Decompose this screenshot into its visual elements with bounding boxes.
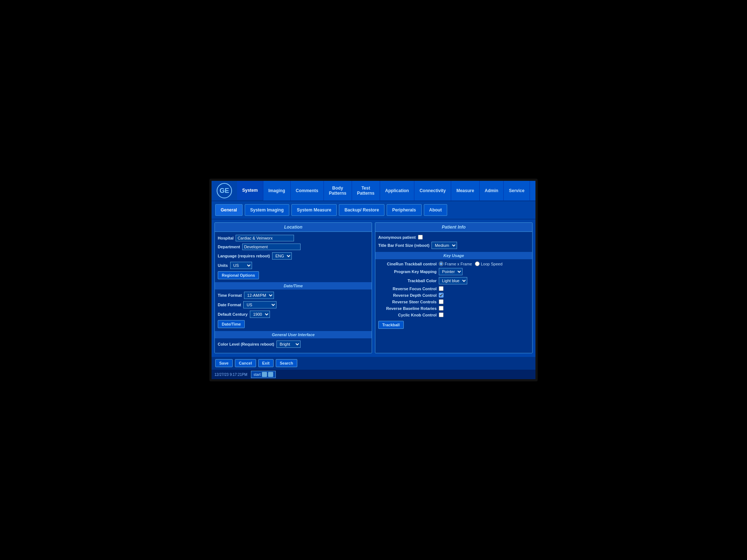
- reverse-steer-row: Reverse Steer Controls: [378, 299, 529, 304]
- reverse-baseline-label: Reverse Baseline Rotaries: [378, 306, 437, 311]
- tab-test-patterns[interactable]: TestPatterns: [352, 181, 380, 201]
- default-century-label: Default Century: [218, 312, 248, 316]
- search-button[interactable]: Search: [276, 359, 297, 367]
- datetime-display: 12/27/23 9:17:21PM: [214, 373, 247, 377]
- cinerun-radio-fxf[interactable]: [439, 261, 444, 266]
- hospital-input[interactable]: [236, 235, 294, 241]
- anonymous-patient-checkbox[interactable]: [418, 235, 423, 240]
- left-panel: Location Hospital Department Language (r…: [214, 222, 372, 353]
- exit-button[interactable]: Exit: [258, 359, 274, 367]
- units-row: Units USMetric: [218, 262, 369, 269]
- department-input[interactable]: [242, 244, 301, 250]
- subtab-system-imaging[interactable]: System Imaging: [245, 204, 289, 216]
- datetime-header: Date/Time: [215, 282, 372, 289]
- save-button[interactable]: Save: [215, 359, 233, 367]
- cyclic-knob-row: Cyclic Knob Control: [378, 312, 529, 317]
- key-usage-header: Key Usage: [375, 252, 532, 259]
- datetime-button[interactable]: Date/Time: [218, 320, 245, 328]
- monitor: GE System Imaging Comments BodyPatterns …: [209, 179, 538, 381]
- department-label: Department: [218, 245, 240, 249]
- reverse-focus-label: Reverse Focus Control: [378, 287, 437, 291]
- default-century-select[interactable]: 19002000: [250, 311, 270, 318]
- cyclic-knob-checkbox[interactable]: [439, 312, 444, 317]
- right-panel: Patient Info Anonymous patient Title Bar…: [375, 222, 533, 353]
- tab-service[interactable]: Service: [504, 181, 530, 201]
- color-level-select[interactable]: BrightNormalDim: [276, 341, 301, 348]
- subtab-general[interactable]: General: [215, 204, 243, 216]
- language-label: Language (requires reboot): [218, 254, 270, 258]
- units-select[interactable]: USMetric: [230, 262, 252, 269]
- program-key-select[interactable]: PointerOther: [439, 268, 462, 275]
- cinerun-label: CineRun Trackball control: [378, 262, 437, 266]
- program-key-label: Program Key Mapping: [378, 269, 437, 274]
- top-nav: GE System Imaging Comments BodyPatterns …: [212, 181, 535, 201]
- reverse-steer-checkbox[interactable]: [439, 299, 444, 304]
- cinerun-option-fxf[interactable]: Frame x Frame: [439, 261, 472, 266]
- main-content: Location Hospital Department Language (r…: [212, 219, 535, 356]
- reverse-steer-label: Reverse Steer Controls: [378, 300, 437, 304]
- location-body: Hospital Department Language (requires r…: [215, 232, 372, 353]
- tab-imaging[interactable]: Imaging: [263, 181, 291, 201]
- reverse-focus-checkbox[interactable]: [439, 286, 444, 291]
- program-key-row: Program Key Mapping PointerOther: [378, 268, 529, 275]
- cancel-button[interactable]: Cancel: [235, 359, 256, 367]
- taskbar-icon-2: [268, 372, 273, 377]
- tab-measure[interactable]: Measure: [451, 181, 480, 201]
- trackball-button[interactable]: Trackball: [378, 321, 404, 329]
- subtab-about[interactable]: About: [424, 204, 448, 216]
- location-header: Location: [215, 223, 372, 232]
- language-select[interactable]: ENGSPAFRA: [272, 252, 292, 260]
- cinerun-row: CineRun Trackball control Frame x Frame …: [378, 261, 529, 266]
- title-bar-font-label: Title Bar Font Size (reboot): [378, 243, 429, 248]
- sub-nav: General System Imaging System Measure Ba…: [212, 201, 535, 219]
- date-format-row: Date Format USInternational: [218, 301, 369, 308]
- start-button[interactable]: start: [251, 371, 275, 378]
- bottom-bar: Save Cancel Exit Search: [212, 356, 535, 369]
- cinerun-radio-group: Frame x Frame Loop Speed: [439, 261, 503, 266]
- tab-system[interactable]: System: [237, 181, 263, 201]
- date-format-select[interactable]: USInternational: [243, 301, 276, 308]
- units-label: Units: [218, 263, 228, 268]
- trackball-color-select[interactable]: Light blueRedGreenWhite: [439, 277, 467, 284]
- anonymous-patient-label: Anonymous patient: [378, 235, 416, 240]
- anonymous-patient-row: Anonymous patient: [378, 235, 529, 240]
- taskbar-icon: [262, 372, 267, 377]
- ge-logo: GE: [217, 183, 232, 198]
- time-format-row: Time Format 12-AM/PM24-Hour: [218, 292, 369, 299]
- cinerun-option-loop[interactable]: Loop Speed: [475, 261, 502, 266]
- reverse-focus-row: Reverse Focus Control: [378, 286, 529, 291]
- start-label: start: [253, 373, 260, 377]
- department-row: Department: [218, 244, 369, 250]
- trackball-color-label: Trackball Color: [378, 279, 437, 283]
- title-bar-font-row: Title Bar Font Size (reboot) SmallMedium…: [378, 242, 529, 249]
- logo-area: GE: [212, 181, 237, 201]
- patient-info-body: Anonymous patient Title Bar Font Size (r…: [375, 232, 532, 332]
- color-level-label: Color Level (Requires reboot): [218, 342, 274, 346]
- color-level-row: Color Level (Requires reboot) BrightNorm…: [218, 341, 369, 348]
- time-format-select[interactable]: 12-AM/PM24-Hour: [244, 292, 274, 299]
- reverse-depth-label: Reverse Depth Control: [378, 293, 437, 298]
- cinerun-radio-loop[interactable]: [475, 261, 480, 266]
- subtab-system-measure[interactable]: System Measure: [291, 204, 337, 216]
- hospital-row: Hospital: [218, 235, 369, 241]
- subtab-backup-restore[interactable]: Backup/ Restore: [339, 204, 384, 216]
- top-nav-tabs: System Imaging Comments BodyPatterns Tes…: [237, 181, 535, 201]
- tab-body-patterns[interactable]: BodyPatterns: [324, 181, 352, 201]
- tab-admin[interactable]: Admin: [480, 181, 504, 201]
- tab-connectivity[interactable]: Connectivity: [414, 181, 451, 201]
- date-format-label: Date Format: [218, 303, 241, 307]
- tab-application[interactable]: Application: [380, 181, 414, 201]
- subtab-peripherals[interactable]: Peripherals: [387, 204, 421, 216]
- tab-comments[interactable]: Comments: [291, 181, 324, 201]
- default-century-row: Default Century 19002000: [218, 311, 369, 318]
- cyclic-knob-label: Cyclic Knob Control: [378, 313, 437, 317]
- status-bar: 12/27/23 9:17:21PM start: [212, 369, 535, 379]
- regional-options-button[interactable]: Regional Options: [218, 271, 259, 279]
- patient-info-header: Patient Info: [375, 223, 532, 232]
- reverse-depth-checkbox[interactable]: [439, 293, 444, 298]
- title-bar-font-select[interactable]: SmallMediumLarge: [431, 242, 457, 249]
- hospital-label: Hospital: [218, 236, 233, 240]
- trackball-color-row: Trackball Color Light blueRedGreenWhite: [378, 277, 529, 284]
- reverse-baseline-checkbox[interactable]: [439, 306, 444, 311]
- gui-header: General User Interface: [215, 331, 372, 338]
